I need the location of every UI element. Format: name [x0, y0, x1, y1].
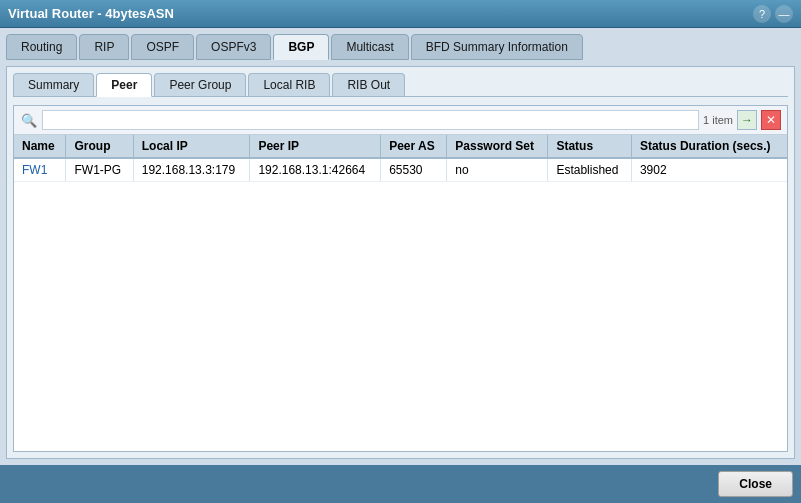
- col-peer-ip: Peer IP: [250, 135, 381, 158]
- tab-multicast[interactable]: Multicast: [331, 34, 408, 60]
- tab-rip[interactable]: RIP: [79, 34, 129, 60]
- top-tabs: Routing RIP OSPF OSPFv3 BGP Multicast BF…: [6, 34, 795, 60]
- inner-panel: Summary Peer Peer Group Local RIB RIB Ou…: [6, 66, 795, 459]
- window-title: Virtual Router - 4bytesASN: [8, 6, 174, 21]
- table-row: FW1 FW1-PG 192.168.13.3:179 192.168.13.1…: [14, 158, 787, 182]
- sub-tabs: Summary Peer Peer Group Local RIB RIB Ou…: [13, 73, 788, 97]
- tab-bfd[interactable]: BFD Summary Information: [411, 34, 583, 60]
- tab-ospfv3[interactable]: OSPFv3: [196, 34, 271, 60]
- peer-link[interactable]: FW1: [22, 163, 47, 177]
- help-icon[interactable]: ?: [753, 5, 771, 23]
- cell-name: FW1: [14, 158, 66, 182]
- cell-status: Established: [548, 158, 632, 182]
- search-icon: 🔍: [20, 111, 38, 129]
- cell-peer-as: 65530: [381, 158, 447, 182]
- data-table: Name Group Local IP Peer IP Peer AS Pass…: [14, 135, 787, 182]
- bottom-bar: Close: [0, 465, 801, 503]
- col-status: Status: [548, 135, 632, 158]
- subtab-local-rib[interactable]: Local RIB: [248, 73, 330, 96]
- col-name: Name: [14, 135, 66, 158]
- col-peer-as: Peer AS: [381, 135, 447, 158]
- subtab-rib-out[interactable]: RIB Out: [332, 73, 405, 96]
- cell-password-set: no: [447, 158, 548, 182]
- minimize-icon[interactable]: —: [775, 5, 793, 23]
- search-bar: 🔍 1 item → ✕: [14, 106, 787, 135]
- col-password-set: Password Set: [447, 135, 548, 158]
- col-group: Group: [66, 135, 133, 158]
- table-header-row: Name Group Local IP Peer IP Peer AS Pass…: [14, 135, 787, 158]
- main-container: Routing RIP OSPF OSPFv3 BGP Multicast BF…: [0, 28, 801, 465]
- col-status-duration: Status Duration (secs.): [631, 135, 787, 158]
- close-button[interactable]: Close: [718, 471, 793, 497]
- navigate-button[interactable]: →: [737, 110, 757, 130]
- cell-local-ip: 192.168.13.3:179: [133, 158, 250, 182]
- table-container: 🔍 1 item → ✕ Name Group Local IP Peer IP…: [13, 105, 788, 452]
- tab-ospf[interactable]: OSPF: [131, 34, 194, 60]
- col-local-ip: Local IP: [133, 135, 250, 158]
- tab-routing[interactable]: Routing: [6, 34, 77, 60]
- search-input[interactable]: [42, 110, 699, 130]
- cell-group: FW1-PG: [66, 158, 133, 182]
- subtab-peer[interactable]: Peer: [96, 73, 152, 97]
- title-bar: Virtual Router - 4bytesASN ? —: [0, 0, 801, 28]
- title-bar-icons: ? —: [753, 5, 793, 23]
- tab-bgp[interactable]: BGP: [273, 34, 329, 60]
- clear-search-button[interactable]: ✕: [761, 110, 781, 130]
- subtab-summary[interactable]: Summary: [13, 73, 94, 96]
- item-count: 1 item: [703, 114, 733, 126]
- cell-peer-ip: 192.168.13.1:42664: [250, 158, 381, 182]
- subtab-peer-group[interactable]: Peer Group: [154, 73, 246, 96]
- cell-status-duration: 3902: [631, 158, 787, 182]
